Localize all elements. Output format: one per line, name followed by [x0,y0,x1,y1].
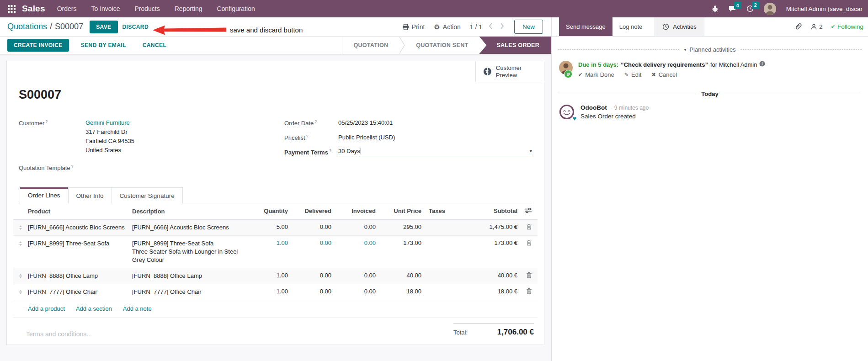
following-button[interactable]: ✔ Following [831,23,863,30]
cell-quantity[interactable]: 1.00 [249,288,288,295]
create-invoice-button[interactable]: CREATE INVOICE [7,39,69,52]
pager-next-icon[interactable] [500,23,504,31]
tab-other-info[interactable]: Other Info [68,187,112,203]
cell-invoiced[interactable]: 0.00 [331,288,376,295]
app-name[interactable]: Sales [22,4,45,14]
cell-quantity[interactable]: 1.00 [249,272,288,279]
delete-line-icon[interactable] [526,288,532,296]
messages-icon[interactable]: 4 [729,5,736,12]
nav-item-orders[interactable]: Orders [57,5,77,12]
col-product[interactable]: Product [28,207,132,216]
col-taxes[interactable]: Taxes [421,207,461,214]
cell-description[interactable]: [FURN_6666] Acoustic Bloc Screens [132,223,249,232]
cell-description[interactable]: [FURN_8888] Office Lamp [132,272,249,280]
drag-handle-icon[interactable] [13,223,28,230]
chatter-toolbar: Send message Log note Activities 2 ✔ [552,17,868,37]
cancel-activity-button[interactable]: ✖ Cancel [651,71,677,78]
breadcrumb-quotations[interactable]: Quotations [7,22,47,32]
cell-description[interactable]: [FURN_8999] Three-Seat SofaThree Seater … [132,239,249,264]
message-author[interactable]: OdooBot [580,104,607,111]
planned-activities-header: ▾ Planned activities [558,46,862,53]
delete-line-icon[interactable] [526,239,532,247]
payment-terms-input[interactable]: 30 Days ▾ [338,148,532,156]
attachments-paperclip-icon[interactable] [794,22,802,32]
terms-placeholder[interactable]: Terms and conditions... [19,323,453,338]
apps-grid-icon[interactable] [5,3,17,15]
cell-quantity[interactable]: 5.00 [249,223,288,230]
discard-button[interactable]: DISCARD [118,21,153,33]
add-note-link[interactable]: Add a note [123,305,152,312]
form-view-region: Quotations / S00007 SAVE DISCARD save an… [0,17,551,361]
order-date-field[interactable]: 05/25/2023 15:40:01 [338,118,393,127]
nav-item-configuration[interactable]: Configuration [217,5,255,12]
activity-clock-icon[interactable]: 2 [746,5,754,12]
col-description[interactable]: Description [132,207,249,216]
delete-line-icon[interactable] [526,223,532,231]
cell-delivered[interactable]: 0.00 [288,223,331,230]
user-avatar[interactable] [764,3,776,15]
cell-invoiced[interactable]: 0.00 [331,239,376,246]
send-message-button[interactable]: Send message [559,17,612,36]
nav-item-reporting[interactable]: Reporting [175,5,202,12]
cell-unit-price[interactable]: 40.00 [376,272,421,279]
tab-order-lines[interactable]: Order Lines [20,187,69,203]
new-button[interactable]: New [514,20,543,34]
dropdown-caret-icon[interactable]: ▾ [529,148,532,154]
cell-product[interactable]: [FURN_7777] Office Chair [28,288,132,296]
cell-product[interactable]: [FURN_6666] Acoustic Bloc Screens [28,223,132,232]
cell-invoiced[interactable]: 0.00 [331,272,376,279]
action-button[interactable]: ⚙ Action [434,23,460,31]
cell-delivered[interactable]: 0.00 [288,288,331,295]
optional-columns-icon[interactable] [525,207,532,215]
print-button[interactable]: Print [402,23,425,31]
nav-item-to-invoice[interactable]: To Invoice [91,5,120,12]
state-sales-order[interactable]: SALES ORDER [479,37,551,54]
pricelist-field[interactable]: Public Pricelist (USD) [338,133,395,142]
followers-button[interactable]: 2 [810,23,823,30]
cell-unit-price[interactable]: 18.00 [376,288,421,295]
activities-button[interactable]: Activities [655,17,704,36]
cell-product[interactable]: [FURN_8888] Office Lamp [28,272,132,280]
user-name[interactable]: Mitchell Admin (save_discar [786,5,863,12]
status-pipeline: QUOTATION QUOTATION SENT SALES ORDER [342,37,551,54]
order-line-row: [FURN_8999] Three-Seat Sofa [FURN_8999] … [13,236,538,268]
customer-link[interactable]: Gemini Furniture [85,118,134,127]
state-quotation[interactable]: QUOTATION [342,37,399,54]
pager-previous-icon[interactable] [489,23,493,31]
nav-item-products[interactable]: Products [135,5,160,12]
activity-due: Due in 5 days: [578,61,618,69]
save-button[interactable]: SAVE [90,21,117,33]
col-quantity[interactable]: Quantity [249,207,288,214]
cell-product[interactable]: [FURN_8999] Three-Seat Sofa [28,239,132,248]
state-quotation-sent[interactable]: QUOTATION SENT [405,37,479,54]
add-section-link[interactable]: Add a section [76,305,112,312]
record-name: S00007 [19,88,532,102]
cancel-button[interactable]: CANCEL [138,39,171,52]
delete-line-icon[interactable] [526,272,532,280]
customer-preview-button[interactable]: Customer Preview [475,61,544,82]
col-subtotal[interactable]: Subtotal [461,207,517,214]
col-invoiced[interactable]: Invoiced [331,207,376,214]
col-unit-price[interactable]: Unit Price [376,207,421,214]
cell-unit-price[interactable]: 295.00 [376,223,421,230]
cell-delivered[interactable]: 0.00 [288,272,331,279]
drag-handle-icon[interactable] [13,288,28,294]
drag-handle-icon[interactable] [13,272,28,278]
chatter-panel: Send message Log note Activities 2 ✔ [551,17,868,361]
send-by-email-button[interactable]: SEND BY EMAIL [76,39,131,52]
info-icon[interactable] [759,61,765,69]
debug-bug-icon[interactable] [712,5,719,12]
tab-customer-signature[interactable]: Customer Signature [112,187,183,203]
add-product-link[interactable]: Add a product [28,305,65,312]
edit-activity-button[interactable]: ✎ Edit [624,71,642,78]
cell-unit-price[interactable]: 173.00 [376,239,421,246]
cell-description[interactable]: [FURN_7777] Office Chair [132,288,249,296]
cell-delivered[interactable]: 0.00 [288,239,331,246]
planned-activities-toggle[interactable]: ▾ Planned activities [684,46,735,53]
drag-handle-icon[interactable] [13,239,28,246]
log-note-button[interactable]: Log note [612,17,650,36]
cell-invoiced[interactable]: 0.00 [331,223,376,230]
mark-done-button[interactable]: ✔ Mark Done [578,71,614,78]
col-delivered[interactable]: Delivered [288,207,331,214]
cell-quantity[interactable]: 1.00 [249,239,288,246]
